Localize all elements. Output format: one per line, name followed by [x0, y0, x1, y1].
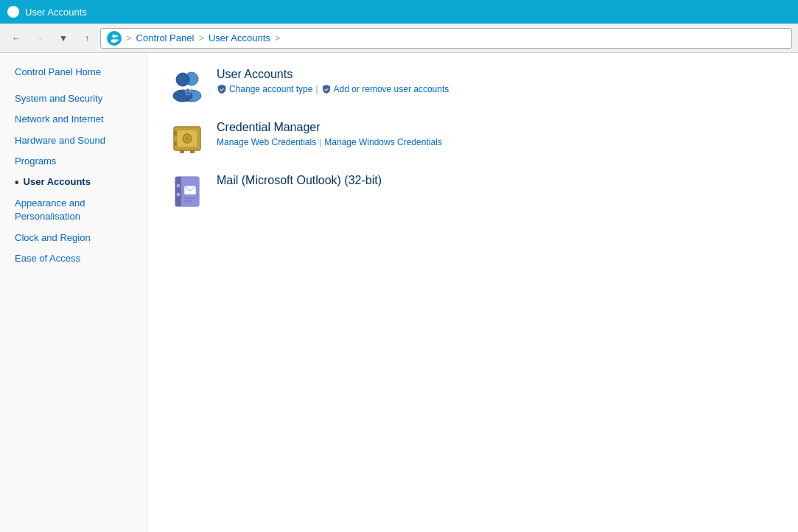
sidebar-label-hardware: Hardware and Sound [15, 134, 105, 147]
main-layout: Control Panel Home System and Security N… [0, 53, 798, 532]
sidebar-label-system-security: System and Security [15, 92, 102, 105]
svg-point-7 [115, 39, 119, 42]
sidebar-item-programs[interactable]: Programs [0, 151, 147, 172]
svg-point-3 [13, 13, 17, 15]
sidebar-label-control-panel-home: Control Panel Home [15, 66, 101, 79]
add-remove-accounts-link[interactable]: Add or remove user accounts [321, 84, 449, 94]
sidebar-item-appearance[interactable]: Appearance andPersonalisation [0, 193, 147, 227]
svg-rect-19 [190, 150, 195, 153]
user-accounts-links: Change account type | Add or remove user… [217, 84, 449, 94]
user-accounts-icon [169, 68, 205, 103]
sep2: > [198, 32, 204, 43]
content-item-user-accounts: User Accounts Change account type | [169, 68, 776, 103]
link-sep-2: | [319, 137, 321, 147]
breadcrumb-control-panel[interactable]: Control Panel [136, 32, 195, 43]
svg-point-24 [176, 192, 181, 197]
sidebar-label-clock: Clock and Region [15, 231, 91, 245]
content-area: User Accounts Change account type | [147, 53, 798, 532]
title-bar-icon [7, 6, 19, 18]
sidebar-label-network: Network and Internet [15, 113, 104, 126]
svg-rect-21 [175, 177, 181, 206]
content-item-credential-manager: Credential Manager Manage Web Credential… [169, 121, 776, 156]
sidebar-item-clock[interactable]: Clock and Region [0, 228, 147, 248]
sidebar-item-hardware[interactable]: Hardware and Sound [0, 130, 147, 151]
sidebar-item-user-accounts[interactable]: • User Accounts [0, 172, 147, 193]
title-bar-text: User Accounts [25, 7, 87, 18]
svg-point-0 [10, 9, 14, 13]
credential-manager-text: Credential Manager Manage Web Credential… [217, 121, 442, 147]
title-bar: User Accounts [0, 0, 798, 24]
sidebar-label-programs: Programs [15, 155, 56, 168]
svg-point-4 [112, 35, 116, 38]
address-box: > Control Panel > User Accounts > [100, 28, 792, 49]
active-bullet: • [15, 175, 19, 189]
sidebar: Control Panel Home System and Security N… [0, 53, 147, 532]
svg-point-23 [176, 183, 181, 188]
user-accounts-title[interactable]: User Accounts [217, 68, 449, 81]
up-button[interactable]: ↑ [77, 28, 97, 49]
forward-button[interactable]: → [29, 28, 50, 49]
svg-point-10 [176, 73, 189, 86]
link-sep-1: | [315, 84, 318, 94]
mail-text: Mail (Microsoft Outlook) (32-bit) [217, 174, 382, 190]
svg-rect-16 [174, 131, 177, 136]
credential-manager-title[interactable]: Credential Manager [217, 121, 442, 134]
sep1: > [126, 32, 132, 43]
credential-manager-links: Manage Web Credentials | Manage Windows … [217, 137, 442, 147]
sidebar-label-appearance: Appearance andPersonalisation [15, 197, 85, 223]
shield-icon-2 [321, 84, 332, 94]
breadcrumb-user-accounts[interactable]: User Accounts [209, 32, 270, 43]
dropdown-button[interactable]: ▼ [53, 28, 74, 49]
sidebar-item-network[interactable]: Network and Internet [0, 109, 147, 130]
sidebar-label-user-accounts: User Accounts [24, 175, 91, 189]
sidebar-item-system-security[interactable]: System and Security [0, 88, 147, 109]
credential-manager-icon [169, 121, 205, 156]
sidebar-item-ease[interactable]: Ease of Access [0, 248, 147, 269]
svg-point-2 [14, 9, 17, 12]
manage-windows-credentials-link[interactable]: Manage Windows Credentials [324, 137, 441, 147]
svg-rect-27 [184, 200, 192, 202]
address-bar: ← → ▼ ↑ > Control Panel > User Accounts … [0, 24, 798, 53]
content-item-mail: Mail (Microsoft Outlook) (32-bit) [169, 174, 776, 209]
home-icon [107, 31, 122, 46]
change-account-type-link[interactable]: Change account type [217, 84, 312, 94]
mail-title[interactable]: Mail (Microsoft Outlook) (32-bit) [217, 174, 382, 187]
svg-rect-18 [180, 150, 184, 153]
svg-rect-26 [184, 197, 195, 199]
svg-point-15 [185, 136, 189, 141]
svg-point-6 [115, 35, 118, 38]
back-button[interactable]: ← [6, 28, 27, 49]
manage-web-credentials-link[interactable]: Manage Web Credentials [217, 137, 316, 147]
user-accounts-text: User Accounts Change account type | [217, 68, 449, 94]
shield-icon-1 [217, 84, 227, 94]
mail-icon [169, 174, 205, 209]
svg-rect-17 [174, 141, 177, 146]
sidebar-label-ease: Ease of Access [15, 252, 80, 265]
sep3: > [275, 32, 281, 43]
sidebar-item-control-panel-home[interactable]: Control Panel Home [0, 62, 147, 83]
